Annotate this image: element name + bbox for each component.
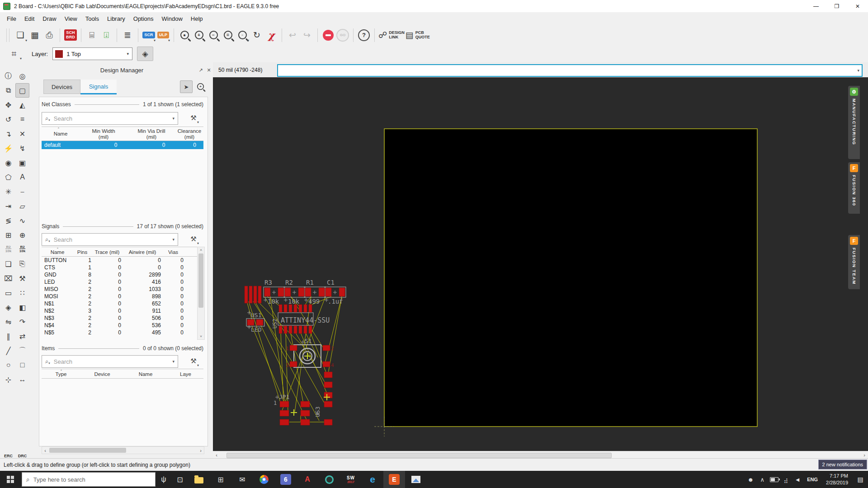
people-icon[interactable]: ☻ xyxy=(745,471,756,488)
mark-icon[interactable]: ⊹ xyxy=(1,372,15,387)
save-icon[interactable]: ▦ xyxy=(28,28,42,42)
delete-icon[interactable]: ⌧ xyxy=(1,271,15,286)
taskbar-app-circle[interactable] xyxy=(318,471,340,488)
change-icon[interactable]: ⚒ xyxy=(15,271,29,286)
smash-icon[interactable]: ∷ xyxy=(15,286,29,300)
taskbar-search-input[interactable] xyxy=(33,476,155,483)
panel-hscrollbar[interactable]: ‹ › xyxy=(42,446,204,454)
float-panel-icon[interactable]: ↗ xyxy=(197,67,205,73)
taskbar-app-edge[interactable]: e xyxy=(362,471,383,488)
ratsnest-icon[interactable]: ✳ xyxy=(1,184,15,199)
signals-search-input[interactable] xyxy=(53,236,173,244)
taskbar-app-eagle[interactable]: E xyxy=(383,471,405,488)
cortana-mic-icon[interactable]: ψ xyxy=(156,471,172,488)
signals-scrollbar[interactable]: ˄ ˅ xyxy=(197,247,205,340)
items-search[interactable]: ⌕▾ ▾ xyxy=(42,355,178,368)
sig-col-pins[interactable]: Pins xyxy=(73,249,91,255)
pad-icon[interactable]: ▣ xyxy=(15,155,29,170)
design-link-button[interactable]: ☍DESIGNLINK xyxy=(378,28,405,42)
signal-row[interactable]: N$2309110 xyxy=(42,307,197,314)
net-class-row[interactable]: default000 xyxy=(42,141,203,149)
menu-item-help[interactable]: Help xyxy=(187,14,207,24)
canvas-hscrollbar[interactable]: ‹ › xyxy=(213,451,868,459)
arc-icon[interactable]: ⌒ xyxy=(15,343,29,358)
dimension-icon[interactable]: ↔ xyxy=(15,372,29,387)
pinswap-icon[interactable]: ⇋ xyxy=(1,314,15,329)
items-col-layer[interactable]: Laye xyxy=(180,371,203,377)
refresh-icon[interactable]: ↻ xyxy=(250,28,264,42)
scrollbar-thumb[interactable] xyxy=(198,253,203,308)
cam-processor-icon[interactable]: ⌸ xyxy=(85,28,99,42)
cancel-x-icon[interactable]: χ xyxy=(264,28,278,42)
fusion360-side-tab[interactable]: F FUSION 360 xyxy=(848,162,860,214)
invoke-icon[interactable]: ⊕ xyxy=(15,228,29,242)
taskbar-app-file-explorer[interactable] xyxy=(188,471,210,488)
layer-select[interactable]: 1 Top ▾ xyxy=(52,47,132,60)
zoom-fit-icon[interactable]: ● xyxy=(178,28,191,42)
split-icon[interactable]: ⚡ xyxy=(1,141,15,155)
action-center-icon[interactable]: ▤ xyxy=(853,471,868,488)
menu-item-view[interactable]: View xyxy=(61,14,81,24)
net-classes-search[interactable]: ⌕▾ ▾ xyxy=(42,112,178,125)
sig-col-trace[interactable]: Trace (mil) xyxy=(91,249,123,255)
highlight-selection-button[interactable]: ➤ xyxy=(180,80,193,93)
taskbar-app-solidworks[interactable]: SW2017 xyxy=(340,471,362,488)
signal-row[interactable]: MISO2010330 xyxy=(42,286,197,293)
language-indicator[interactable]: ENG xyxy=(803,477,821,482)
net-classes-search-input[interactable] xyxy=(53,115,173,122)
minimize-button[interactable]: — xyxy=(806,0,826,12)
meander-icon[interactable]: ≶ xyxy=(1,213,15,228)
start-button[interactable] xyxy=(0,471,21,488)
chevron-up-icon[interactable]: ∧ xyxy=(756,471,768,488)
zoom-select-icon[interactable]: = xyxy=(221,28,235,42)
signal-row[interactable]: N$3205060 xyxy=(42,314,197,322)
fusion-team-side-tab[interactable]: F FUSION TEAM xyxy=(848,235,860,289)
items-search-input[interactable] xyxy=(53,358,173,366)
circle-icon[interactable]: ○ xyxy=(1,358,15,372)
signal-row[interactable]: CTS1000 xyxy=(42,264,197,271)
items-col-name[interactable]: Name xyxy=(124,371,167,377)
taskbar-app-mail[interactable]: ✉ xyxy=(231,471,253,488)
open-document-icon[interactable]: ❏▾ xyxy=(14,28,27,42)
taskbar-app-store[interactable]: ⊞ xyxy=(210,471,231,488)
menu-item-options[interactable]: Options xyxy=(129,14,158,24)
close-panel-icon[interactable]: ✕ xyxy=(205,67,213,73)
network-icon[interactable]: ⣴ xyxy=(780,471,792,488)
signal-icon[interactable]: ∿ xyxy=(15,213,29,228)
group-select-icon[interactable]: ▢ xyxy=(15,83,29,98)
rect-icon[interactable]: □ xyxy=(15,358,29,372)
command-box[interactable]: ▾ xyxy=(277,64,863,77)
items-col-type[interactable]: Type xyxy=(42,371,80,377)
signal-row[interactable]: N$4205360 xyxy=(42,322,197,329)
paint-icon[interactable]: ▭ xyxy=(1,286,15,300)
sig-col-airwire[interactable]: Airwire (mil) xyxy=(123,249,162,255)
menu-item-edit[interactable]: Edit xyxy=(20,14,38,24)
menu-item-library[interactable]: Library xyxy=(103,14,129,24)
cam-output-icon[interactable]: ⍗ xyxy=(99,28,113,42)
polygon-icon[interactable]: ⬠ xyxy=(1,170,15,184)
miter-icon[interactable]: ↯ xyxy=(15,141,29,155)
lock-icon[interactable]: ◧ xyxy=(15,300,29,314)
eye-icon[interactable]: ◎ xyxy=(15,69,29,83)
display-layers-icon[interactable]: ⧉ xyxy=(1,83,15,98)
zoom-redraw-icon[interactable]: ▫▾ xyxy=(236,28,249,42)
rotate-icon[interactable]: ↺ xyxy=(1,112,15,127)
label-icon[interactable]: ◈ xyxy=(1,300,15,314)
copy-icon[interactable]: ❏ xyxy=(1,257,15,271)
taskbar-app-chrome[interactable] xyxy=(253,471,275,488)
signal-row[interactable]: MOSI208980 xyxy=(42,293,197,300)
wire-icon[interactable]: ⎯ xyxy=(15,184,29,199)
align-icon[interactable]: ≡ xyxy=(15,112,29,127)
line-icon[interactable]: ╱ xyxy=(1,343,15,358)
battery-icon[interactable] xyxy=(768,471,780,488)
print-icon[interactable]: ⎙ xyxy=(42,28,56,42)
menu-item-tools[interactable]: Tools xyxy=(81,14,103,24)
manufacturing-side-tab[interactable]: ⚙ MANUFACTURING xyxy=(848,86,860,159)
tab-signals[interactable]: Signals xyxy=(80,80,117,94)
stop-icon[interactable] xyxy=(321,28,335,42)
nc-col-name[interactable]: Name xyxy=(42,131,80,137)
scrollbar-thumb[interactable] xyxy=(49,448,126,453)
copper-pour-icon[interactable]: ▱ xyxy=(15,199,29,213)
paste-icon[interactable]: ⎘ xyxy=(15,257,29,271)
sig-col-vias[interactable]: Vias xyxy=(162,249,184,255)
